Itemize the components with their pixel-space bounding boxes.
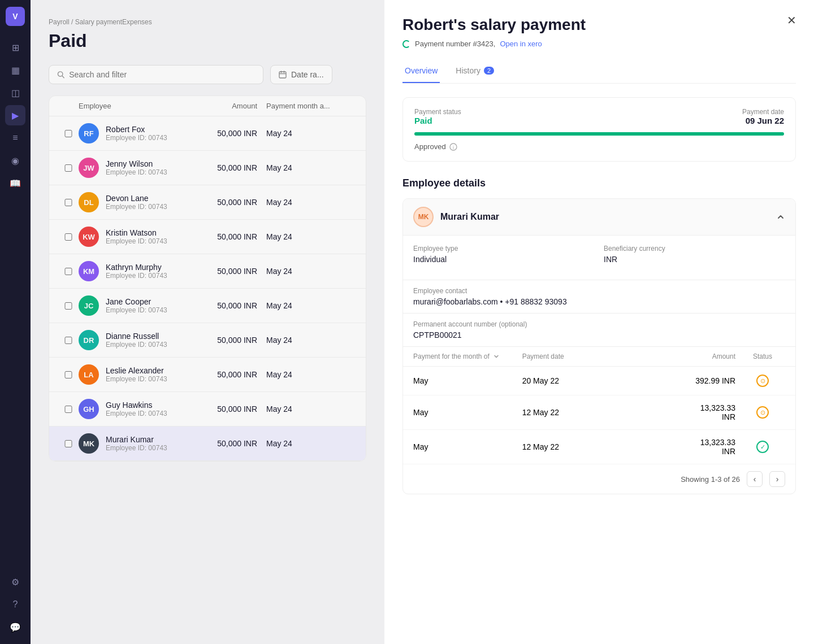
row-checkbox[interactable]	[58, 268, 79, 275]
col-date-header: Payment date	[522, 353, 631, 360]
tab-history[interactable]: History 2	[453, 59, 496, 83]
employee-name: Dianne Russell	[106, 332, 167, 341]
status-card: Payment status Paid Payment date 09 Jun …	[402, 97, 796, 162]
payment-table-header: Payment for the month of Payment date Am…	[403, 347, 795, 367]
svg-rect-2	[279, 72, 286, 78]
success-status-icon: ✓	[756, 441, 769, 453]
sidebar-item-arrow[interactable]: ▶	[5, 105, 25, 125]
sidebar-item-chart[interactable]: ◉	[5, 150, 25, 171]
employee-card: MK Murari Kumar Employee type Individual…	[402, 198, 796, 494]
table-row[interactable]: KM Kathryn Murphy Employee ID: 00743 50,…	[49, 254, 366, 289]
sort-icon[interactable]	[493, 353, 500, 360]
table-row[interactable]: KW Kristin Watson Employee ID: 00743 50,…	[49, 220, 366, 254]
approved-label: Approved i	[414, 142, 784, 151]
row-checkbox[interactable]	[58, 371, 79, 378]
row-checkbox[interactable]	[58, 406, 79, 413]
table-row[interactable]: JW Jenny Wilson Employee ID: 00743 50,00…	[49, 151, 366, 185]
contact-section: Employee contact murari@foobarlabs.com •…	[403, 280, 795, 314]
employee-card-name: MK Murari Kumar	[413, 207, 499, 227]
employee-name: Jenny Wilson	[106, 159, 167, 168]
payment-month: May 24	[266, 267, 357, 276]
payment-table-row: May 12 May 22 13,323.33INR ⊙	[403, 395, 795, 430]
row-checkbox[interactable]	[58, 302, 79, 310]
tab-overview[interactable]: Overview	[402, 59, 440, 83]
row-checkbox[interactable]	[58, 199, 79, 206]
row-checkbox[interactable]	[58, 440, 79, 447]
sidebar-item-book[interactable]: 📖	[5, 173, 25, 193]
employee-info: Dianne Russell Employee ID: 00743	[99, 332, 167, 349]
panel-body: Payment status Paid Payment date 09 Jun …	[384, 84, 814, 508]
employee-name: Guy Hawkins	[106, 401, 167, 410]
amount: 50,000 INR	[176, 232, 266, 241]
next-page-button[interactable]: ›	[769, 471, 785, 487]
breadcrumb: Payroll / Salary paymentExpenses	[49, 18, 366, 26]
col-amount-header: Amount	[631, 353, 740, 360]
payment-table-row: May 20 May 22 392.99 INR ⊙	[403, 367, 795, 395]
employee-info: Robert Fox Employee ID: 00743	[99, 125, 167, 142]
payment-status-label: Payment status	[414, 108, 461, 116]
sidebar-item-chat[interactable]: 💬	[5, 617, 25, 637]
row-checkbox[interactable]	[58, 164, 79, 172]
prev-page-button[interactable]: ‹	[747, 471, 763, 487]
avatar: JC	[79, 295, 99, 316]
payment-table: Payment for the month of Payment date Am…	[403, 347, 795, 494]
sidebar-item-list[interactable]: ≡	[5, 128, 25, 148]
employee-id: Employee ID: 00743	[106, 203, 167, 211]
row-checkbox[interactable]	[58, 233, 79, 241]
search-box[interactable]	[49, 65, 263, 84]
account-label: Permanent account number (optional)	[413, 320, 785, 328]
employee-name: Jane Cooper	[106, 297, 167, 306]
payment-date-cell: 12 May 22	[522, 442, 631, 451]
employee-name: Kristin Watson	[106, 228, 167, 237]
payment-ref: Payment number #3423, Open in xero	[402, 40, 796, 48]
employee-id: Employee ID: 00743	[106, 168, 167, 176]
employee-id: Employee ID: 00743	[106, 306, 167, 314]
page-title: Paid	[49, 31, 366, 51]
row-checkbox[interactable]	[58, 130, 79, 137]
sidebar-item-grid[interactable]: ⊞	[5, 37, 25, 58]
table-row[interactable]: JC Jane Cooper Employee ID: 00743 50,000…	[49, 289, 366, 323]
employee-type-label: Employee type	[413, 245, 595, 253]
contact-label: Employee contact	[413, 287, 785, 295]
table-row[interactable]: DR Dianne Russell Employee ID: 00743 50,…	[49, 323, 366, 358]
employee-type-section: Employee type Individual Beneficiary cur…	[403, 236, 795, 280]
employee-card-header[interactable]: MK Murari Kumar	[403, 199, 795, 236]
payment-month: May 24	[266, 301, 357, 310]
sidebar-item-help[interactable]: ?	[5, 594, 25, 615]
employee-name: Devon Lane	[106, 194, 167, 203]
col-amount: Amount	[176, 102, 266, 110]
employee-type-value: Individual	[413, 255, 595, 264]
sidebar-logo[interactable]: V	[6, 7, 25, 26]
payment-month: May 24	[266, 232, 357, 241]
table-row[interactable]: LA Leslie Alexander Employee ID: 00743 5…	[49, 358, 366, 392]
panel-title: Robert's salary payment	[402, 16, 796, 34]
employee-info: Jane Cooper Employee ID: 00743	[99, 297, 167, 314]
avatar: MK	[79, 433, 99, 454]
row-checkbox[interactable]	[58, 337, 79, 344]
sidebar-item-table[interactable]: ▦	[5, 60, 25, 80]
status-row: Payment status Paid Payment date 09 Jun …	[414, 108, 784, 125]
open-in-xero-link[interactable]: Open in xero	[500, 40, 542, 48]
account-value: CPTPB00021	[413, 330, 785, 340]
col-status-header: Status	[740, 353, 785, 360]
tabs: Overview History 2	[402, 59, 796, 84]
field-row: Employee type Individual Beneficiary cur…	[413, 245, 785, 264]
payment-month: May 24	[266, 198, 357, 207]
payment-amount-cell: 13,323.33INR	[631, 403, 740, 421]
table-row-active[interactable]: MK Murari Kumar Employee ID: 00743 50,00…	[49, 427, 366, 461]
table-row[interactable]: RF Robert Fox Employee ID: 00743 50,000 …	[49, 116, 366, 151]
refresh-icon	[402, 40, 410, 48]
search-input[interactable]	[69, 70, 255, 79]
payment-month: May 24	[266, 404, 357, 414]
payment-date-cell: 20 May 22	[522, 376, 631, 385]
employee-id: Employee ID: 00743	[106, 375, 167, 383]
sidebar-item-layers[interactable]: ◫	[5, 82, 25, 103]
table-row[interactable]: GH Guy Hawkins Employee ID: 00743 50,000…	[49, 392, 366, 427]
date-filter[interactable]: Date ra...	[270, 65, 332, 84]
amount: 50,000 INR	[176, 370, 266, 379]
payment-month: May 24	[266, 129, 357, 138]
table-row[interactable]: DL Devon Lane Employee ID: 00743 50,000 …	[49, 185, 366, 220]
payment-date-value: 09 Jun 22	[742, 116, 784, 125]
close-button[interactable]: ✕	[782, 11, 800, 29]
sidebar-item-settings[interactable]: ⚙	[5, 572, 25, 592]
